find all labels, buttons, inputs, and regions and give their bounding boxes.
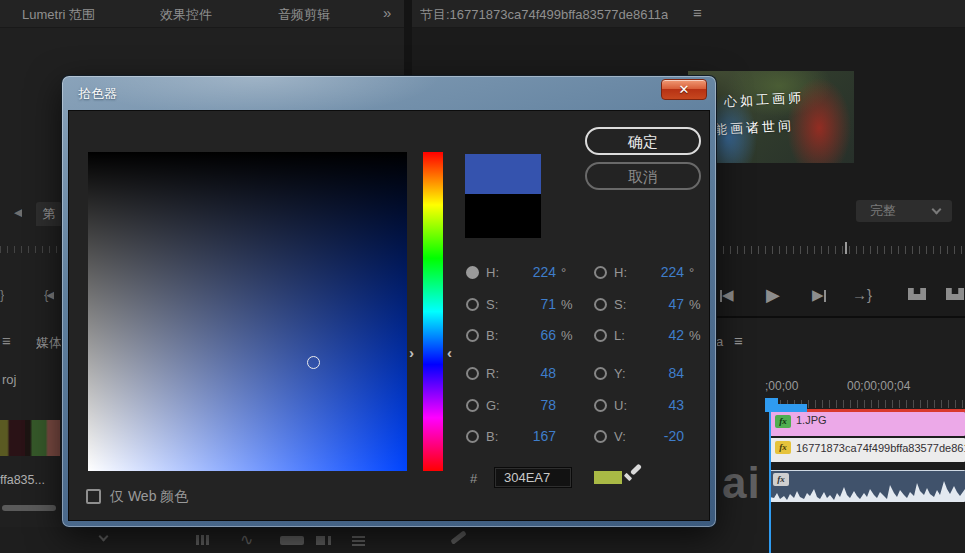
chevron-down-icon[interactable] [99, 532, 109, 542]
radio-h-hsb[interactable] [466, 266, 479, 279]
value-number[interactable]: 167 [510, 428, 556, 444]
radio-h-hsl[interactable] [594, 266, 607, 279]
clip-thumbnail[interactable] [0, 420, 60, 456]
value-unit: % [556, 328, 580, 343]
fx-badge-green[interactable]: fx [775, 415, 791, 428]
radio-s-hsl[interactable] [594, 298, 607, 311]
pen-curve-icon[interactable]: ∿ [240, 530, 253, 549]
program-panel-menu-icon[interactable]: ≡ [693, 4, 702, 21]
preset-color-swatch[interactable] [594, 471, 622, 484]
new-color-swatch [465, 154, 541, 194]
web-colors-checkbox[interactable] [86, 489, 101, 504]
value-number[interactable]: 43 [638, 397, 684, 413]
small-bar-icon[interactable] [328, 536, 331, 545]
value-number[interactable]: 224 [510, 264, 556, 280]
radio-b-hsb[interactable] [466, 329, 479, 342]
ok-button[interactable]: 确定 [585, 127, 701, 155]
value-label: L: [614, 328, 638, 343]
value-label: B: [486, 328, 510, 343]
tab-audio-clip-mixer[interactable]: 音频剪辑 [278, 6, 354, 24]
radio-b-rgb[interactable] [466, 430, 479, 443]
close-button[interactable]: ✕ [661, 79, 707, 100]
tab-lumetri-scopes[interactable]: Lumetri 范围 [22, 6, 95, 24]
timeline-playhead-line[interactable] [769, 398, 771, 553]
hue-slider[interactable] [423, 152, 443, 471]
hue-arrow-right-icon[interactable]: ‹ [447, 346, 452, 360]
value-number[interactable]: -20 [638, 428, 684, 444]
value-label: H: [486, 265, 510, 280]
clip-name-partial[interactable]: ffa835... [0, 473, 45, 487]
close-icon: ✕ [679, 82, 690, 97]
radio-u[interactable] [594, 399, 607, 412]
value-label: H: [614, 265, 638, 280]
small-rect-icon[interactable] [316, 536, 325, 545]
value-number[interactable]: 66 [510, 327, 556, 343]
step-back-button[interactable]: ◀ [720, 286, 734, 304]
value-number[interactable]: 42 [638, 327, 684, 343]
value-row-rgb-b: B: 167 [466, 426, 580, 446]
radio-l[interactable] [594, 329, 607, 342]
timeline-tab-partial[interactable]: a [716, 334, 723, 349]
hue-arrow-left-icon[interactable]: › [409, 346, 414, 360]
value-row-hsl-l: L: 42 % [594, 325, 708, 345]
value-unit: % [684, 297, 708, 312]
marker-brace-icon[interactable]: } [0, 287, 4, 302]
video-clip-v2[interactable]: fx 1.JPG [770, 412, 965, 436]
color-field-marker[interactable] [307, 356, 320, 369]
track-tools-icon[interactable] [196, 535, 199, 545]
pen-icon[interactable] [450, 530, 466, 544]
hex-hash-label: # [470, 471, 477, 486]
play-button[interactable]: ▶ [766, 284, 780, 306]
tab-overflow-icon[interactable]: » [383, 4, 391, 21]
value-number[interactable]: 48 [510, 365, 556, 381]
step-forward-button[interactable]: ▶ [812, 286, 826, 304]
step-back-icon: ◀ [722, 286, 734, 303]
value-row-yuv-v: V: -20 [594, 426, 708, 446]
hex-input[interactable]: 304EA7 [494, 467, 572, 488]
monitor-timeline-ruler[interactable] [716, 246, 965, 254]
project-name-partial: roj [2, 372, 16, 387]
cancel-button[interactable]: 取消 [585, 162, 701, 190]
timeline-playhead-bar[interactable] [765, 404, 807, 412]
tab-effect-controls[interactable]: 效果控件 [160, 6, 212, 24]
value-label: S: [486, 297, 510, 312]
sequence-tab-label: 第 [43, 206, 56, 221]
fx-badge-yellow[interactable]: fx [775, 441, 791, 454]
value-number[interactable]: 84 [638, 365, 684, 381]
clip-label: 16771873ca74f499bffa83577de8611 [796, 442, 965, 454]
value-number[interactable]: 47 [638, 296, 684, 312]
monitor-playhead[interactable] [845, 242, 847, 254]
saturation-brightness-field[interactable] [88, 152, 407, 471]
radio-g[interactable] [466, 399, 479, 412]
rect-tool-icon[interactable] [280, 536, 304, 545]
grid-icon[interactable] [352, 534, 365, 546]
audio-clip-a1[interactable]: fx [770, 470, 965, 502]
timeline-panel-menu-icon[interactable]: ≡ [734, 332, 743, 349]
project-panel-menu-icon[interactable]: ≡ [2, 332, 11, 349]
radio-v[interactable] [594, 430, 607, 443]
track-tools-icon[interactable] [206, 535, 209, 545]
value-number[interactable]: 71 [510, 296, 556, 312]
export-frame-button[interactable]: →} [852, 286, 872, 303]
horizontal-scrollbar[interactable] [2, 505, 56, 511]
monitor-zoom-select[interactable]: 完整 [856, 200, 952, 222]
radio-s-hsb[interactable] [466, 298, 479, 311]
value-label: Y: [614, 366, 638, 381]
tab-media-browser-partial[interactable]: 媒体 [36, 334, 62, 352]
tab-program-monitor[interactable]: 节目:16771873ca74f499bffa83577de8611a [420, 6, 668, 24]
video-clip-v1[interactable]: fx 16771873ca74f499bffa83577de8611 [770, 438, 965, 462]
source-ruler[interactable] [0, 246, 62, 253]
value-row-rgb-g: G: 78 [466, 395, 580, 415]
track-tools-icon[interactable] [201, 535, 204, 545]
sequence-tab-partial[interactable]: 第 [36, 202, 62, 226]
value-number[interactable]: 224 [638, 264, 684, 280]
goto-in-icon[interactable]: {◀ [44, 287, 54, 302]
source-back-icon[interactable]: ◀ [14, 206, 22, 219]
eyedropper-icon[interactable] [624, 462, 644, 482]
value-unit: % [684, 328, 708, 343]
radio-y[interactable] [594, 367, 607, 380]
value-label: G: [486, 398, 510, 413]
radio-r[interactable] [466, 367, 479, 380]
value-number[interactable]: 78 [510, 397, 556, 413]
value-row-rgb-r: R: 48 [466, 363, 580, 383]
